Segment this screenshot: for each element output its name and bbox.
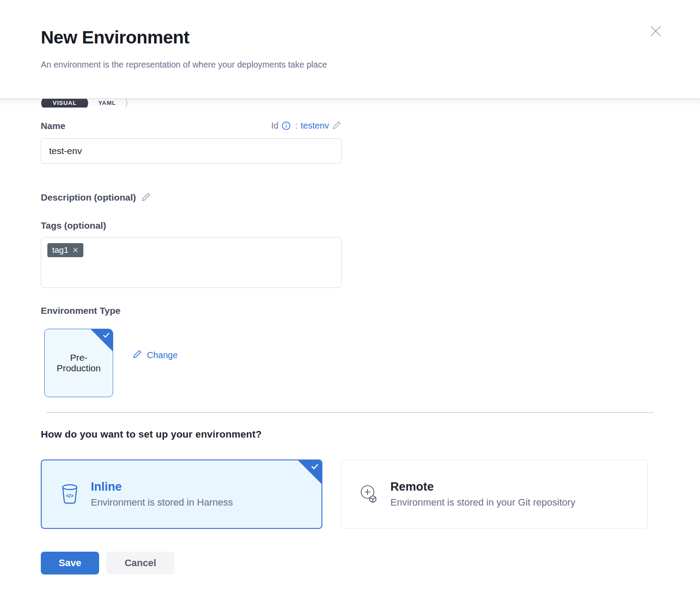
tags-label: Tags (optional): [41, 220, 700, 231]
page-title: New Environment: [41, 27, 700, 48]
pencil-icon: [141, 192, 151, 203]
pencil-icon: [132, 349, 143, 361]
option-description: Environment is stored in your Git reposi…: [390, 497, 575, 508]
name-label: Name: [41, 121, 65, 131]
modal-header: New Environment An environment is the re…: [0, 0, 700, 99]
option-card-inline[interactable]: </> Inline Environment is stored in Harn…: [41, 460, 322, 529]
setup-question: How do you want to set up your environme…: [41, 429, 700, 440]
inline-bucket-code-icon: </>: [60, 483, 79, 505]
environment-type-value: Pre-Production: [54, 352, 104, 373]
edit-id-button[interactable]: [332, 120, 342, 131]
actions-row: Save Cancel: [41, 552, 700, 574]
environment-type-card[interactable]: Pre-Production: [44, 329, 113, 397]
cancel-button[interactable]: Cancel: [106, 552, 175, 574]
name-input[interactable]: [41, 138, 342, 164]
tab-yaml[interactable]: YAML: [88, 99, 127, 108]
remote-git-icon: [360, 484, 379, 505]
option-title: Remote: [390, 480, 575, 494]
modal-body: Name Id : testenv D: [0, 120, 700, 574]
selected-corner: [90, 329, 113, 352]
close-button[interactable]: [648, 24, 663, 39]
option-description: Environment is stored in Harness: [91, 497, 233, 508]
option-text: Inline Environment is stored in Harness: [91, 480, 233, 508]
info-icon[interactable]: [282, 121, 291, 130]
section-divider: [46, 412, 654, 413]
tags-input[interactable]: tag1 ✕: [41, 237, 342, 288]
description-label: Description (optional): [41, 192, 136, 203]
page-subtitle: An environment is the representation of …: [41, 60, 700, 70]
svg-text:</>: </>: [66, 493, 73, 499]
description-row: Description (optional): [41, 192, 700, 203]
tab-visual[interactable]: VISUAL: [41, 99, 88, 108]
setup-options-row: </> Inline Environment is stored in Harn…: [41, 460, 700, 529]
tag-chip-label: tag1: [52, 245, 68, 255]
entity-id-row: Id : testenv: [271, 120, 342, 131]
tag-chip: tag1 ✕: [47, 243, 83, 257]
edit-description-button[interactable]: [141, 192, 151, 203]
id-label: Id: [271, 121, 279, 131]
environment-type-row: Pre-Production Change: [41, 329, 700, 397]
selected-corner: [297, 460, 322, 485]
check-icon: [103, 333, 110, 338]
option-card-remote[interactable]: Remote Environment is stored in your Git…: [341, 460, 648, 529]
option-title: Inline: [91, 480, 233, 494]
id-separator: :: [295, 121, 298, 131]
tag-remove-icon[interactable]: ✕: [72, 247, 79, 254]
change-link-label: Change: [147, 350, 178, 360]
name-id-row: Name Id : testenv: [41, 120, 342, 131]
id-value[interactable]: testenv: [301, 121, 329, 131]
save-button[interactable]: Save: [41, 552, 99, 574]
option-text: Remote Environment is stored in your Git…: [390, 480, 575, 508]
visual-yaml-toggle: VISUAL YAML: [41, 99, 700, 108]
change-link[interactable]: Change: [132, 349, 178, 361]
close-icon: [648, 33, 663, 40]
pencil-icon: [332, 120, 342, 131]
environment-type-label: Environment Type: [41, 305, 700, 316]
check-icon: [311, 464, 318, 470]
